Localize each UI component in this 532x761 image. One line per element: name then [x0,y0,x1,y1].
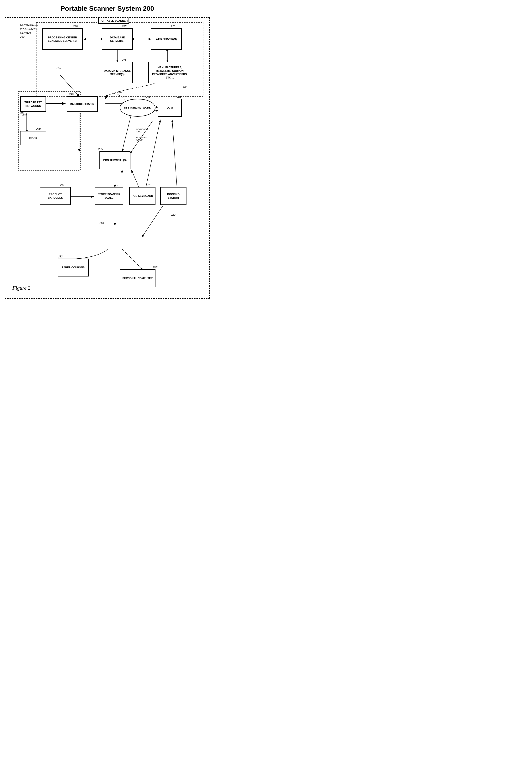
personal-computer-label: PERSONAL COMPUTER [123,276,153,280]
ref-215: 215 [114,183,118,186]
in-store-network-box: IN-STORE NETWORK [120,99,155,117]
kiosk-label: KIOSK [29,137,37,140]
ref-248: 248 [23,113,27,116]
ref-280: 280 [153,266,157,268]
ref-250: 250 [36,127,40,130]
data-base-server-box: DATA BASE SERVER(S) [102,29,133,50]
web-server-label: WEB SERVER(S) [156,37,177,41]
paper-coupons-label: PAPER COUPONS [62,266,85,269]
paper-coupons-box: PAPER COUPONS [58,259,89,276]
manufacturers-box: MANUFACTURERS, RETAILERS, COUPON PROVIDE… [148,62,191,83]
pos-terminal-label: POS TERMINAL(S) [103,158,127,162]
svg-line-19 [146,120,160,187]
processing-center-server-box: PROCESSING CENTER SCALABLE SERVER(S) [42,29,83,50]
pos-keyboard-box: POS KEYBOARD [129,187,155,205]
store-scanner-label: STORE SCANNER SCALE [96,193,122,200]
ref-211: 211 [60,183,64,186]
centralized-label: CENTRALIZEDPROCESSINGCENTER260 [20,23,38,39]
kiosk-box: KIOSK [20,131,46,145]
page-title: Portable Scanner System 200 [5,5,210,12]
ellipsis: ... [86,35,90,40]
product-barcodes-box: PRODUCT BARCODES [40,187,71,205]
data-maintenance-label: DATA MAINTENANCE SERVER(S) [103,69,132,76]
diagram: CENTRALIZEDPROCESSINGCENTER260 PROCESSIN… [5,17,210,299]
dcm-label: DCM [167,106,173,109]
ref-212: 212 [58,255,63,258]
data-maintenance-box: DATA MAINTENANCE SERVER(S) [102,62,133,83]
ref-235: 235 [98,148,103,150]
keyboard-input-label: KEYBOARDINPUT [136,128,148,133]
ref-275: 275 [122,58,127,61]
ref-290: 290 [73,25,78,28]
processing-center-server-label: PROCESSING CENTER SCALABLE SERVER(S) [44,36,81,43]
dcm-box: DCM [158,99,182,117]
product-barcodes-label: PRODUCT BARCODES [41,193,69,200]
ref-218: 218 [146,183,150,186]
ref-230: 230 [146,95,150,98]
ref-270: 270 [171,25,175,28]
svg-line-14 [132,120,153,151]
svg-line-12 [122,113,132,151]
ref-210: 210 [99,222,104,224]
scanned-input-label: SCANNEDINPUT [136,137,146,141]
manufacturers-label: MANUFACTURERS, RETAILERS, COUPON PROVIDE… [150,66,190,79]
in-store-network-label: IN-STORE NETWORK [124,106,151,109]
ref-295: 295 [57,67,61,69]
docking-station-label: DOCKING STATION [162,193,185,200]
web-server-box: WEB SERVER(S) [151,29,182,50]
personal-computer-box: PERSONAL COMPUTER [120,269,155,287]
data-base-server-label: DATA BASE SERVER(S) [103,36,132,43]
docking-station-box: DOCKING STATION [160,187,186,205]
portable-scanner-box: PORTABLE SCANNER [98,18,129,24]
svg-line-18 [132,170,139,187]
third-party-label: THIRD PARTY NETWORKS [22,101,45,108]
ref-245: 245 [117,90,122,93]
portable-scanner-label: PORTABLE SCANNER [100,19,128,23]
store-scanner-box: STORE SCANNER SCALE [95,187,123,205]
pos-keyboard-label: POS KEYBOARD [132,194,153,198]
ref-220: 220 [171,213,175,216]
svg-line-20 [172,120,177,187]
figure-label: Figure 2 [12,285,30,291]
svg-line-23 [122,249,143,270]
pos-terminal-box: POS TERMINAL(S) [99,151,131,169]
in-store-server-label: IN-STORE SERVER [70,102,94,106]
ref-285: 285 [183,86,187,88]
ref-240: 240 [69,93,74,96]
third-party-box: THIRD PARTY NETWORKS [20,96,46,112]
in-store-server-box: IN-STORE SERVER [67,96,98,112]
ref-225: 225 [177,95,181,98]
ref-265: 265 [122,25,127,28]
